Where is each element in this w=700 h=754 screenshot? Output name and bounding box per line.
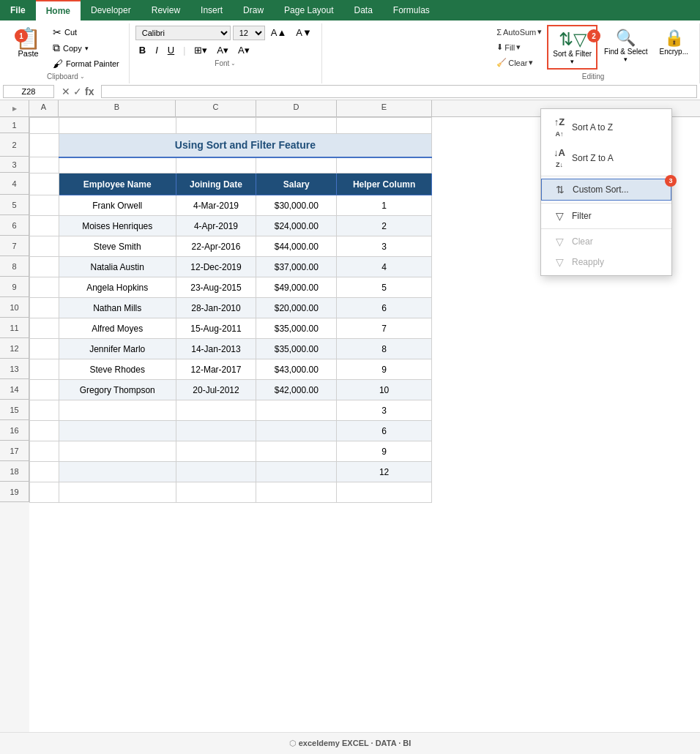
menu-sort-z-to-a[interactable]: ↓AZ↓ Sort Z to A xyxy=(541,143,671,173)
col-header-d[interactable]: D xyxy=(256,100,337,116)
row-num-17[interactable]: 17 xyxy=(0,441,29,461)
row-num-12[interactable]: 12 xyxy=(0,338,29,359)
clear-label: Clear xyxy=(508,59,527,67)
table-row: Gregory Thompson 20-Jul-2012 $42,000.00 … xyxy=(30,380,432,400)
row-num-7[interactable]: 7 xyxy=(0,236,29,256)
insert-function-icon[interactable]: fx xyxy=(85,86,94,97)
sort-filter-icon: ⇅▽ xyxy=(559,29,587,50)
table-row: Using Sort and Filter Feature xyxy=(30,134,432,157)
menu-reapply: ▽ Reapply xyxy=(541,252,671,272)
table-row: Frank Orwell 4-Mar-2019 $30,000.00 1 xyxy=(30,195,432,216)
font-size-select[interactable]: 12 xyxy=(233,26,265,40)
encrypt-area: 🔒 Encryp... xyxy=(655,25,693,59)
col-header-b[interactable]: B xyxy=(59,100,176,116)
tab-page-layout[interactable]: Page Layout xyxy=(274,0,343,20)
cancel-formula-icon[interactable]: ✕ xyxy=(62,86,70,97)
row-num-4[interactable]: 4 xyxy=(0,173,29,195)
row-num-8[interactable]: 8 xyxy=(0,256,29,277)
badge-1: 1 xyxy=(15,29,28,42)
copy-icon: ⧉ xyxy=(53,42,60,54)
watermark-brand: exceldemy xyxy=(299,739,340,747)
cut-icon: ✂ xyxy=(53,26,62,38)
tab-data[interactable]: Data xyxy=(344,0,383,20)
row-num-2[interactable]: 2 xyxy=(0,133,29,157)
header-employee-name[interactable]: Employee Name xyxy=(59,173,176,195)
fill-button[interactable]: ⬇ Fill ▾ xyxy=(493,40,546,54)
row-num-15[interactable]: 15 xyxy=(0,400,29,420)
row-num-11[interactable]: 11 xyxy=(0,318,29,338)
menu-divider-2 xyxy=(541,203,671,204)
title-cell[interactable]: Using Sort and Filter Feature xyxy=(59,134,431,157)
spreadsheet-table: Using Sort and Filter Feature Employee N… xyxy=(29,117,432,503)
reapply-label: Reapply xyxy=(572,257,604,267)
autosum-button[interactable]: Σ AutoSum ▾ xyxy=(493,25,546,39)
find-select-arrow: ▾ xyxy=(624,56,628,63)
autosum-row: Σ AutoSum ▾ xyxy=(493,25,546,39)
paste-button[interactable]: 📋 Paste xyxy=(9,25,48,61)
format-painter-label: Format Painter xyxy=(66,59,119,68)
fill-icon: ⬇ xyxy=(496,42,503,52)
tab-review[interactable]: Review xyxy=(141,0,190,20)
editing-label: Editing xyxy=(582,72,605,82)
table-row: 12 xyxy=(30,462,432,482)
row-num-9[interactable]: 9 xyxy=(0,277,29,297)
bold-button[interactable]: B xyxy=(135,42,149,58)
fill-color-button[interactable]: A▾ xyxy=(213,42,232,58)
tab-formulas[interactable]: Formulas xyxy=(383,0,440,20)
tab-home[interactable]: Home xyxy=(36,0,81,20)
clear-button[interactable]: 🧹 Clear ▾ xyxy=(493,56,546,70)
row-num-13[interactable]: 13 xyxy=(0,359,29,379)
editing-sub-group: Σ AutoSum ▾ ⬇ Fill ▾ 🧹 Clear ▾ xyxy=(493,25,546,70)
clipboard-expand-icon[interactable]: ⌄ xyxy=(80,73,85,80)
tab-developer[interactable]: Developer xyxy=(81,0,141,20)
tab-insert[interactable]: Insert xyxy=(190,0,233,20)
underline-button[interactable]: U xyxy=(164,42,178,58)
sort-az-icon: ↑ZA↑ xyxy=(553,116,566,138)
header-joining-date[interactable]: Joining Date xyxy=(176,173,256,195)
find-select-button[interactable]: 🔍 Find & Select ▾ xyxy=(599,25,652,67)
paste-label: Paste xyxy=(18,49,38,58)
row-num-18[interactable]: 18 xyxy=(0,461,29,482)
fill-label: Fill xyxy=(504,43,515,52)
format-painter-icon: 🖌 xyxy=(53,58,63,70)
autosum-arrow: ▾ xyxy=(537,27,542,37)
row-num-1[interactable]: 1 xyxy=(0,117,29,133)
font-color-button[interactable]: A▾ xyxy=(234,42,253,58)
cut-button[interactable]: ✂ Cut xyxy=(49,25,123,40)
decrease-font-button[interactable]: A▼ xyxy=(292,25,316,40)
font-expand-icon[interactable]: ⌄ xyxy=(231,60,236,67)
row-num-14[interactable]: 14 xyxy=(0,379,29,400)
col-header-e[interactable]: E xyxy=(337,100,432,116)
row-num-3[interactable]: 3 xyxy=(0,157,29,173)
col-header-a[interactable]: A xyxy=(29,100,59,116)
format-painter-button[interactable]: 🖌 Format Painter xyxy=(49,56,123,71)
font-name-select[interactable]: Calibri xyxy=(135,26,231,40)
editing-group: Σ AutoSum ▾ ⬇ Fill ▾ 🧹 Clear ▾ xyxy=(487,23,700,83)
border-button[interactable]: ⊞▾ xyxy=(190,42,211,58)
copy-button[interactable]: ⧉ Copy ▾ xyxy=(49,40,123,56)
italic-button[interactable]: I xyxy=(152,42,162,58)
menu-sort-a-to-z[interactable]: ↑ZA↑ Sort A to Z xyxy=(541,112,671,143)
clipboard-group: 📋 Paste 1 ✂ Cut ⧉ Copy ▾ xyxy=(3,23,130,83)
clear-filter-icon: ▽ xyxy=(553,236,566,247)
row-num-10[interactable]: 10 xyxy=(0,297,29,318)
header-salary[interactable]: Salary xyxy=(256,173,337,195)
menu-custom-sort[interactable]: ⇅ Custom Sort... 3 xyxy=(541,179,671,201)
increase-font-button[interactable]: A▲ xyxy=(267,25,291,40)
header-helper-column[interactable]: Helper Column xyxy=(337,173,432,195)
tab-file[interactable]: File xyxy=(0,0,36,20)
tab-draw[interactable]: Draw xyxy=(233,0,274,20)
menu-filter[interactable]: ▽ Filter xyxy=(541,206,671,226)
clipboard-label: Clipboard ⌄ xyxy=(47,72,85,82)
find-select-icon: 🔍 xyxy=(616,29,636,48)
row-num-5[interactable]: 5 xyxy=(0,195,29,215)
col-header-c[interactable]: C xyxy=(176,100,256,116)
sort-za-label: Sort Z to A xyxy=(572,153,614,163)
confirm-formula-icon[interactable]: ✓ xyxy=(73,86,82,97)
row-num-16[interactable]: 16 xyxy=(0,420,29,441)
select-all-button[interactable]: ▶ xyxy=(0,100,29,116)
row-num-6[interactable]: 6 xyxy=(0,215,29,236)
row-num-19[interactable]: 19 xyxy=(0,482,29,502)
formula-input[interactable] xyxy=(101,85,697,98)
cell-reference-input[interactable] xyxy=(3,85,54,98)
